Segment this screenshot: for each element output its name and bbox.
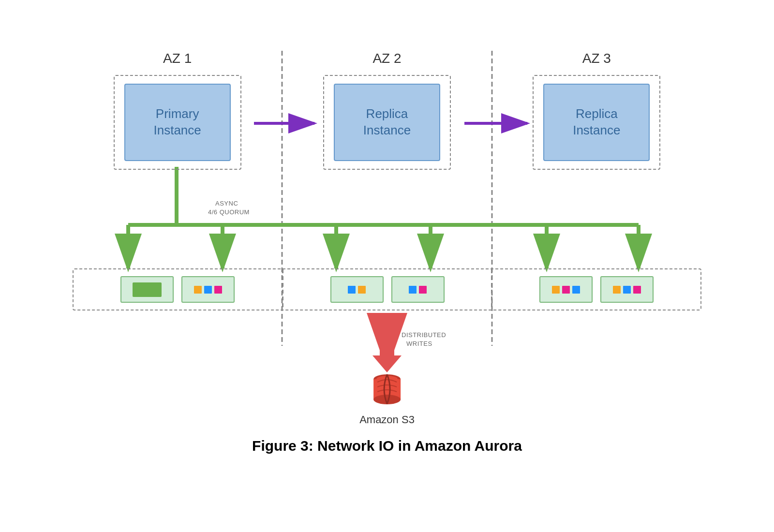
svg-marker-20 [372,326,402,372]
replica2-instance-label: ReplicaInstance [573,106,620,139]
az2-label: AZ 2 [372,51,401,66]
az1-dashed-box: PrimaryInstance [114,75,241,170]
az2-dashed-box: ReplicaInstance [323,75,451,170]
az3-label: AZ 3 [582,51,611,66]
svg-text:4/6 QUORUM: 4/6 QUORUM [208,208,250,216]
diagram-wrapper: ASYNC 4/6 QUORUM DISTRIBUTED WRITES AZ 1… [73,36,701,433]
svg-text:ASYNC: ASYNC [215,200,238,207]
replica1-instance-label: ReplicaInstance [363,106,411,139]
primary-instance-label: PrimaryInstance [154,106,201,139]
svg-text:WRITES: WRITES [406,340,432,347]
storage-block-az1-1 [120,276,174,303]
figure-caption: Figure 3: Network IO in Amazon Aurora [252,438,522,454]
az3-dashed-box: ReplicaInstance [533,75,660,170]
replica1-instance-box: ReplicaInstance [334,84,440,161]
storage-block-az3-2 [600,276,654,303]
diagram-container: ASYNC 4/6 QUORUM DISTRIBUTED WRITES AZ 1… [48,36,726,496]
storage-block-az2-2 [391,276,445,303]
svg-text:DISTRIBUTED: DISTRIBUTED [402,331,446,339]
storage-block-az1-2 [181,276,235,303]
s3-label: Amazon S3 [359,414,415,426]
replica2-instance-box: ReplicaInstance [543,84,650,161]
storage-block-az3-1 [539,276,593,303]
az1-label: AZ 1 [163,51,192,66]
primary-instance-box: PrimaryInstance [124,84,231,161]
storage-block-az2-1 [330,276,384,303]
s3-icon [368,370,406,409]
